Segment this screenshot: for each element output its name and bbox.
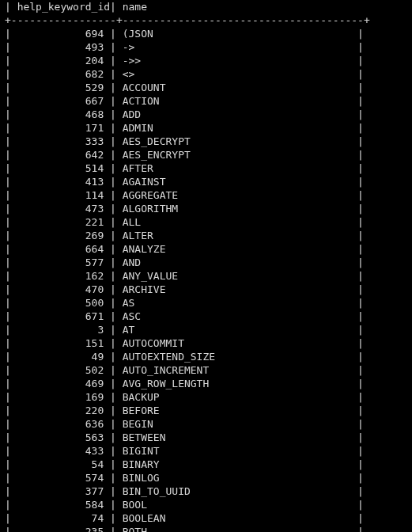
cell-name: AUTO_INCREMENT (116, 363, 357, 377)
cell-id: 469 (11, 377, 110, 390)
cell-name: <> (116, 67, 357, 81)
table-row: |169|BACKUP| (5, 390, 407, 404)
cell-name: BOOL (116, 498, 357, 511)
cell-id: 470 (11, 283, 110, 296)
cell-name: ADMIN (116, 121, 357, 135)
table-body: |694|(JSON||493|->||204|->>||682|<>||529… (5, 27, 407, 532)
table-row: |3|AT| (5, 323, 407, 336)
cell-name: ALL (116, 215, 357, 229)
table-row: |171|ADMIN| (5, 121, 407, 135)
cell-id: 473 (11, 202, 110, 215)
cell-id: 694 (11, 27, 110, 40)
cell-id: 220 (11, 404, 110, 417)
cell-name: ANY_VALUE (116, 269, 357, 283)
cell-id: 493 (11, 40, 110, 54)
cell-name: AS (116, 296, 357, 310)
cell-id: 74 (11, 511, 110, 525)
cell-name: AES_DECRYPT (116, 135, 357, 148)
cell-id: 529 (11, 81, 110, 94)
cell-name: AT (116, 323, 357, 336)
cell-name: (JSON (116, 27, 357, 40)
cell-id: 221 (11, 215, 110, 229)
table-header-row: |help_keyword_id|name (5, 0, 407, 13)
cell-name: BEGIN (116, 417, 357, 431)
table-row: |671|ASC| (5, 310, 407, 323)
table-row: |584|BOOL| (5, 498, 407, 511)
table-row: |413|AGAINST| (5, 175, 407, 188)
cell-id: 269 (11, 229, 110, 242)
table-row: |577|AND| (5, 256, 407, 269)
cell-id: 577 (11, 256, 110, 269)
cell-id: 333 (11, 135, 110, 148)
table-row: |642|AES_ENCRYPT| (5, 148, 407, 162)
table-row: |333|AES_DECRYPT| (5, 135, 407, 148)
table-row: |54|BINARY| (5, 458, 407, 471)
table-separator: +-----------------+---------------------… (5, 13, 407, 27)
cell-name: ACCOUNT (116, 81, 357, 94)
cell-id: 204 (11, 54, 110, 67)
table-row: |74|BOOLEAN| (5, 511, 407, 525)
cell-id: 682 (11, 67, 110, 81)
table-row: |204|->>| (5, 54, 407, 67)
cell-id: 162 (11, 269, 110, 283)
cell-name: AES_ENCRYPT (116, 148, 357, 162)
table-row: |574|BINLOG| (5, 471, 407, 484)
cell-name: -> (116, 40, 357, 54)
cell-id: 3 (11, 323, 110, 336)
table-row: |114|AGGREGATE| (5, 188, 407, 202)
cell-name: BETWEEN (116, 431, 357, 444)
table-row: |49|AUTOEXTEND_SIZE| (5, 350, 407, 363)
cell-id: 500 (11, 296, 110, 310)
cell-name: ->> (116, 54, 357, 67)
table-row: |151|AUTOCOMMIT| (5, 336, 407, 350)
cell-name: AGAINST (116, 175, 357, 188)
table-row: |469|AVG_ROW_LENGTH| (5, 377, 407, 390)
cell-id: 114 (11, 188, 110, 202)
cell-name: ACTION (116, 94, 357, 108)
table-row: |502|AUTO_INCREMENT| (5, 363, 407, 377)
cell-id: 584 (11, 498, 110, 511)
table-row: |667|ACTION| (5, 94, 407, 108)
cell-id: 667 (11, 94, 110, 108)
cell-id: 468 (11, 108, 110, 121)
table-row: |529|ACCOUNT| (5, 81, 407, 94)
table-row: |563|BETWEEN| (5, 431, 407, 444)
cell-name: AFTER (116, 162, 357, 175)
cell-name: ANALYZE (116, 242, 357, 256)
cell-id: 642 (11, 148, 110, 162)
cell-id: 235 (11, 525, 110, 532)
table-row: |664|ANALYZE| (5, 242, 407, 256)
cell-id: 169 (11, 390, 110, 404)
table-row: |636|BEGIN| (5, 417, 407, 431)
table-row: |433|BIGINT| (5, 444, 407, 458)
cell-id: 664 (11, 242, 110, 256)
cell-name: BINARY (116, 458, 357, 471)
cell-name: ARCHIVE (116, 283, 357, 296)
cell-name: ALTER (116, 229, 357, 242)
cell-id: 514 (11, 162, 110, 175)
table-row: |470|ARCHIVE| (5, 283, 407, 296)
cell-id: 413 (11, 175, 110, 188)
column-header-id: help_keyword_id (11, 0, 110, 13)
cell-name: BACKUP (116, 390, 357, 404)
cell-id: 377 (11, 484, 110, 498)
cell-name: AND (116, 256, 357, 269)
column-header-name: name (116, 0, 147, 13)
terminal-output: |help_keyword_id|name +-----------------… (0, 0, 412, 532)
table-row: |221|ALL| (5, 215, 407, 229)
cell-id: 151 (11, 336, 110, 350)
cell-id: 574 (11, 471, 110, 484)
cell-name: ALGORITHM (116, 202, 357, 215)
table-row: |220|BEFORE| (5, 404, 407, 417)
cell-name: ADD (116, 108, 357, 121)
table-row: |235|BOTH| (5, 525, 407, 532)
cell-name: AUTOCOMMIT (116, 336, 357, 350)
table-row: |468|ADD| (5, 108, 407, 121)
cell-name: BOTH (116, 525, 357, 532)
cell-id: 671 (11, 310, 110, 323)
cell-name: AUTOEXTEND_SIZE (116, 350, 357, 363)
table-row: |500|AS| (5, 296, 407, 310)
table-row: |493|->| (5, 40, 407, 54)
cell-name: BEFORE (116, 404, 357, 417)
table-row: |377|BIN_TO_UUID| (5, 484, 407, 498)
